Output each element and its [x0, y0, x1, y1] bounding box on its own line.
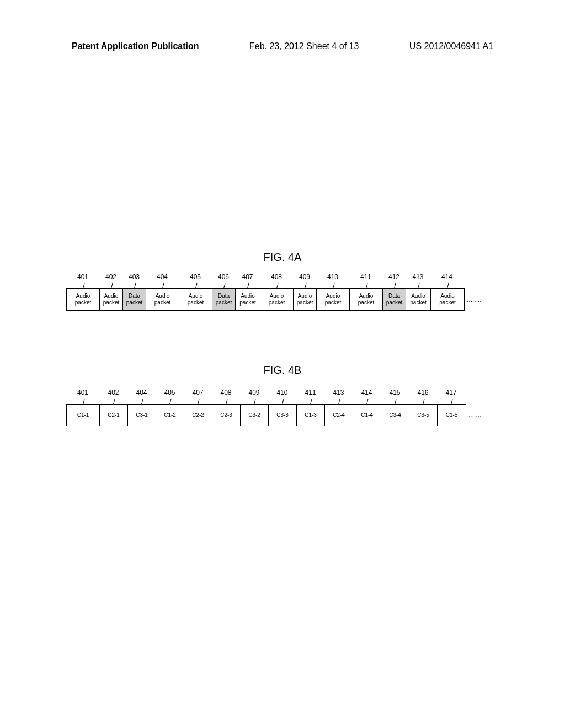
packet-cell: Audio packet	[350, 289, 383, 310]
ref-label: 413	[324, 389, 353, 397]
fig4b-ticks	[66, 399, 499, 404]
ref-label: 415	[381, 389, 409, 397]
ref-label: 413	[406, 273, 430, 281]
ref-label: 416	[409, 389, 437, 397]
header-center: Feb. 23, 2012 Sheet 4 of 13	[249, 41, 359, 51]
ref-label: 409	[240, 389, 268, 397]
packet-cell: Audio packet	[236, 289, 260, 310]
packet-cell: C3-2	[241, 405, 269, 426]
figure-4a-diagram: 401 402 403 404 405 406 407 408 409 410 …	[66, 273, 499, 311]
packet-cell: C2-1	[100, 405, 128, 426]
ref-label: 407	[235, 273, 260, 281]
fig4b-packet-row: C1-1 C2-1 C3-1 C1-2 C2-2 C2-3 C3-2 C3-3 …	[66, 404, 466, 426]
packet-cell: C1-1	[67, 405, 100, 426]
ref-label: 402	[99, 389, 127, 397]
ref-label: 407	[184, 389, 212, 397]
packet-cell: C3-3	[269, 405, 297, 426]
fig4b-ref-labels: 401 402 404 405 407 408 409 410 411 413 …	[66, 389, 499, 397]
ref-label: 409	[293, 273, 316, 281]
fig4a-ref-labels: 401 402 403 404 405 406 407 408 409 410 …	[66, 273, 499, 281]
ref-label: 404	[127, 389, 156, 397]
fig4a-ticks	[66, 283, 499, 288]
packet-cell: Audio packet	[100, 289, 123, 310]
ref-label: 405	[156, 389, 184, 397]
packet-cell: C1-3	[297, 405, 325, 426]
packet-cell: C3-5	[409, 405, 438, 426]
ref-label: 408	[212, 389, 240, 397]
ref-label: 411	[349, 273, 382, 281]
header-left: Patent Application Publication	[72, 41, 199, 51]
packet-cell: Data packet	[212, 289, 236, 310]
ref-label: 411	[296, 389, 324, 397]
packet-cell: C3-4	[381, 405, 409, 426]
ref-label: 414	[353, 389, 381, 397]
ref-label: 408	[260, 273, 293, 281]
ref-label: 403	[122, 273, 146, 281]
ref-label: 401	[66, 389, 99, 397]
ref-label: 401	[66, 273, 99, 281]
ref-label: 410	[268, 389, 296, 397]
packet-cell: Audio packet	[179, 289, 212, 310]
packet-cell: C3-1	[128, 405, 156, 426]
ellipsis: ........	[465, 296, 484, 303]
packet-cell: C1-4	[353, 405, 381, 426]
packet-cell: C2-2	[184, 405, 212, 426]
packet-cell: Audio packet	[431, 289, 464, 310]
packet-cell: C2-3	[212, 405, 241, 426]
ref-label: 410	[316, 273, 349, 281]
packet-cell: Data packet	[383, 289, 406, 310]
ref-label: 405	[179, 273, 212, 281]
page-header: Patent Application Publication Feb. 23, …	[0, 41, 565, 51]
packet-cell: Audio packet	[260, 289, 294, 310]
packet-cell: Audio packet	[406, 289, 431, 310]
ref-label: 412	[382, 273, 406, 281]
figure-4b-label: FIG. 4B	[264, 364, 302, 377]
figure-4b-diagram: 401 402 404 405 407 408 409 410 411 413 …	[66, 389, 499, 426]
header-right: US 2012/0046941 A1	[409, 41, 493, 51]
ref-label: 417	[437, 389, 465, 397]
fig4a-packet-row: Audio packet Audio packet Data packet Au…	[66, 288, 465, 311]
packet-cell: Audio packet	[146, 289, 179, 310]
ellipsis: .......	[466, 411, 483, 419]
figure-4a-label: FIG. 4A	[264, 251, 302, 264]
ref-label: 406	[212, 273, 235, 281]
packet-cell: C1-5	[438, 405, 466, 426]
packet-cell: Audio packet	[317, 289, 350, 310]
ref-label: 402	[99, 273, 122, 281]
packet-cell: C1-2	[156, 405, 184, 426]
ref-label: 414	[430, 273, 463, 281]
packet-cell: Audio packet	[294, 289, 317, 310]
packet-cell: C2-4	[325, 405, 353, 426]
packet-cell: Data packet	[123, 289, 146, 310]
packet-cell: Audio packet	[67, 289, 100, 310]
ref-label: 404	[146, 273, 179, 281]
